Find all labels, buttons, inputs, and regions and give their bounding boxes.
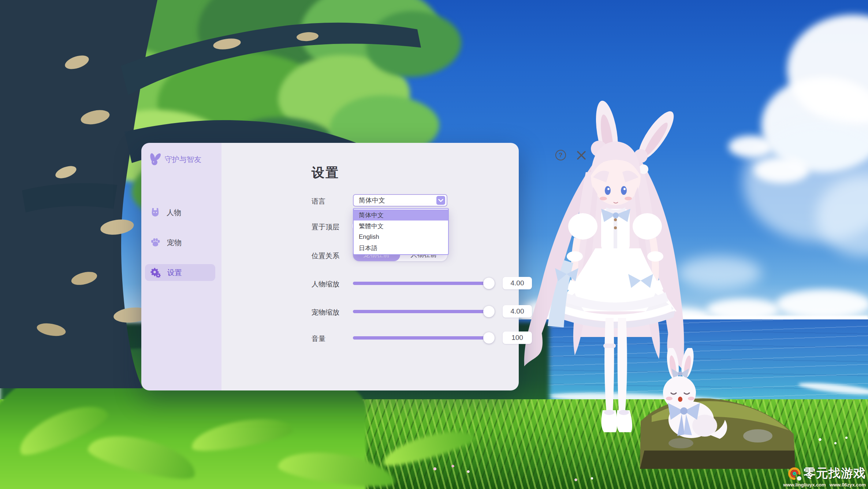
settings-panel: ? 设置 语言 简体中文 置于顶层 位置关系 宠物在前 人物在前 简体 bbox=[221, 143, 519, 390]
volume-slider[interactable] bbox=[353, 336, 493, 340]
settings-window: 守护与智友 人物 宠物 bbox=[141, 143, 519, 390]
cloud bbox=[754, 158, 809, 183]
sidebar-item-label: 设置 bbox=[167, 268, 182, 278]
character-icon bbox=[150, 207, 160, 218]
pet-scale-slider[interactable] bbox=[353, 310, 493, 313]
language-select-value: 简体中文 bbox=[354, 196, 385, 205]
pink-flowers bbox=[425, 460, 476, 478]
pink-flowers bbox=[564, 473, 604, 487]
help-icon: ? bbox=[559, 152, 562, 159]
character-scale-value: 4.00 bbox=[503, 277, 532, 289]
sidebar-item-character[interactable]: 人物 bbox=[145, 204, 215, 221]
app-logo-bunny-icon bbox=[148, 153, 161, 166]
pet-scale-label: 宠物缩放 bbox=[312, 308, 339, 317]
language-dropdown-menu: 简体中文 繁體中文 English 日本語 bbox=[353, 208, 449, 255]
sidebar-item-pet[interactable]: 宠物 bbox=[145, 234, 215, 251]
watermark-logo-icon bbox=[787, 466, 802, 481]
sidebar-item-label: 宠物 bbox=[167, 238, 182, 248]
always-on-top-label: 置于顶层 bbox=[312, 222, 339, 232]
language-option-english[interactable]: English bbox=[354, 231, 448, 242]
sidebar-item-settings[interactable]: 设置 bbox=[145, 264, 215, 281]
sidebar: 守护与智友 人物 宠物 bbox=[141, 143, 221, 390]
chevron-down-icon[interactable] bbox=[436, 196, 445, 205]
sidebar-item-label: 人物 bbox=[167, 208, 181, 218]
watermark-url: www.06zyx.com bbox=[830, 482, 866, 488]
language-option-japanese[interactable]: 日本語 bbox=[354, 242, 448, 253]
paw-icon bbox=[150, 238, 160, 247]
position-label: 位置关系 bbox=[312, 251, 339, 261]
watermark-url: www.lingliuyx.com bbox=[783, 482, 826, 488]
slider-thumb[interactable] bbox=[483, 278, 495, 289]
watermark-site-name: 零元找游戏 bbox=[804, 465, 866, 482]
cloud bbox=[776, 289, 868, 319]
language-option-traditional-chinese[interactable]: 繁體中文 bbox=[354, 221, 448, 231]
volume-value: 100 bbox=[503, 331, 532, 344]
language-option-simplified-chinese[interactable]: 简体中文 bbox=[354, 210, 448, 221]
slider-thumb[interactable] bbox=[483, 306, 495, 317]
close-icon bbox=[575, 149, 587, 161]
bunny-pet bbox=[637, 348, 798, 480]
help-button[interactable]: ? bbox=[555, 150, 566, 160]
close-button[interactable] bbox=[575, 149, 587, 161]
gear-icon bbox=[150, 267, 161, 278]
page-title: 设置 bbox=[312, 164, 339, 181]
language-select[interactable]: 简体中文 bbox=[353, 194, 447, 207]
character-scale-slider[interactable] bbox=[353, 282, 493, 285]
slider-thumb[interactable] bbox=[483, 332, 495, 344]
cloud bbox=[729, 136, 772, 158]
language-label: 语言 bbox=[312, 197, 325, 206]
white-flowers bbox=[809, 432, 853, 451]
app-title: 守护与智友 bbox=[165, 155, 201, 164]
watermark: 零元找游戏 www.lingliuyx.com www.06zyx.com bbox=[774, 465, 866, 488]
pet-scale-value: 4.00 bbox=[503, 305, 532, 318]
character-scale-label: 人物缩放 bbox=[312, 279, 339, 289]
app-logo-row: 守护与智友 bbox=[148, 153, 201, 166]
volume-label: 音量 bbox=[312, 334, 325, 344]
